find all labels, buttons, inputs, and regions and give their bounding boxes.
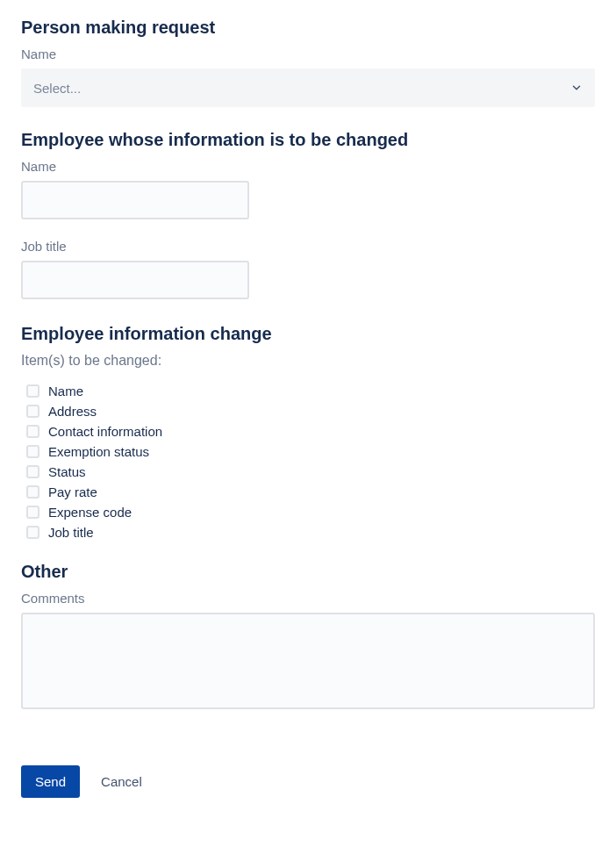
change-items-list: Name Address Contact information Exempti… (21, 381, 595, 542)
checkbox-name[interactable] (26, 384, 39, 398)
select-placeholder: Select... (33, 81, 81, 96)
label-comments: Comments (21, 591, 595, 606)
label-employee-name: Name (21, 159, 595, 174)
checkbox-label[interactable]: Address (48, 404, 97, 419)
cancel-button[interactable]: Cancel (97, 765, 146, 798)
checkbox-label[interactable]: Job title (48, 525, 94, 540)
checkbox-exemption[interactable] (26, 445, 39, 458)
checkbox-contact[interactable] (26, 425, 39, 438)
checkbox-status[interactable] (26, 465, 39, 478)
checkbox-address[interactable] (26, 405, 39, 418)
list-item: Contact information (26, 421, 595, 441)
send-button[interactable]: Send (21, 765, 80, 798)
employee-jobtitle-input[interactable] (21, 261, 249, 299)
employee-name-input[interactable] (21, 181, 249, 219)
list-item: Expense code (26, 502, 595, 522)
list-item: Address (26, 401, 595, 421)
section-heading-requester: Person making request (21, 18, 595, 38)
list-item: Job title (26, 522, 595, 542)
comments-textarea[interactable] (21, 613, 595, 709)
section-heading-other: Other (21, 562, 595, 582)
checkbox-jobtitle[interactable] (26, 526, 39, 539)
list-item: Exemption status (26, 441, 595, 462)
checkbox-label[interactable]: Name (48, 384, 83, 398)
checkbox-payrate[interactable] (26, 485, 39, 499)
chevron-down-icon (570, 82, 583, 94)
checkbox-label[interactable]: Status (48, 464, 86, 479)
requester-name-select[interactable]: Select... (21, 68, 595, 107)
section-heading-employee: Employee whose information is to be chan… (21, 130, 595, 150)
label-employee-jobtitle: Job title (21, 239, 595, 254)
label-requester-name: Name (21, 47, 595, 61)
checkbox-label[interactable]: Contact information (48, 424, 162, 439)
checkbox-label[interactable]: Expense code (48, 505, 132, 520)
list-item: Pay rate (26, 482, 595, 502)
section-heading-change: Employee information change (21, 324, 595, 344)
list-item: Name (26, 381, 595, 401)
checkbox-label[interactable]: Exemption status (48, 444, 149, 459)
checkbox-label[interactable]: Pay rate (48, 484, 97, 499)
form-actions: Send Cancel (21, 765, 595, 798)
label-items-to-change: Item(s) to be changed: (21, 353, 595, 369)
list-item: Status (26, 462, 595, 482)
checkbox-expense[interactable] (26, 506, 39, 519)
